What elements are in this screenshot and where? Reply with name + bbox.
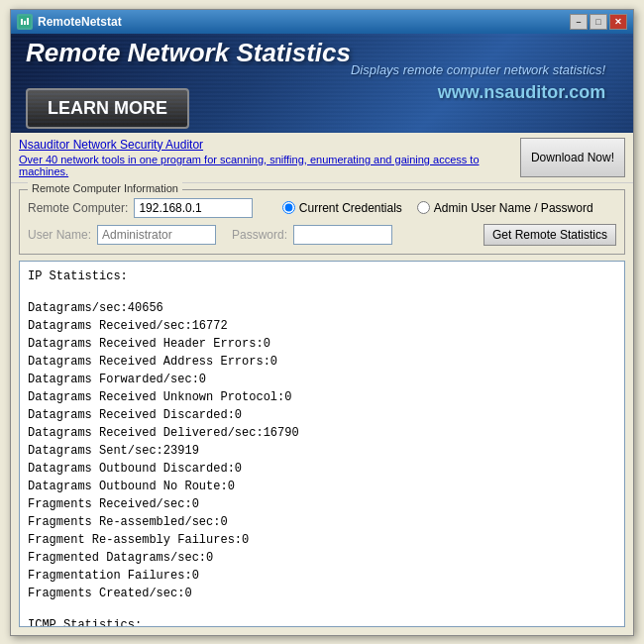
stats-line: Datagrams Received Header Errors:0	[28, 335, 616, 353]
admin-credentials-text: Admin User Name / Password	[434, 201, 593, 215]
stats-line: ICMP Statistics:	[28, 616, 616, 627]
username-input[interactable]	[97, 225, 216, 245]
stats-line: Datagrams Received Discarded:0	[28, 406, 616, 424]
current-credentials-radio[interactable]	[282, 201, 295, 214]
remote-computer-row: Remote Computer: Current Credentials Adm…	[28, 198, 616, 218]
stats-line: Fragmented Datagrams/sec:0	[28, 549, 616, 567]
maximize-button[interactable]: □	[590, 14, 607, 30]
stats-line	[28, 602, 616, 616]
remote-computer-input[interactable]	[134, 198, 253, 218]
credentials-radio-group: Current Credentials Admin User Name / Pa…	[259, 201, 616, 215]
stats-line: IP Statistics:	[28, 268, 616, 285]
stats-line: Fragments Created/sec:0	[28, 585, 616, 602]
banner: Remote Network Statistics LEARN MORE Dis…	[11, 34, 633, 133]
admin-credentials-label[interactable]: Admin User Name / Password	[417, 201, 593, 215]
svg-rect-1	[21, 19, 23, 25]
stats-line: Datagrams Forwarded/sec:0	[28, 371, 616, 388]
title-bar-controls: – □ ✕	[570, 14, 627, 30]
main-window: RemoteNetstat – □ ✕ Remote Network Stati…	[10, 9, 634, 636]
stats-line: Datagrams/sec:40656	[28, 299, 616, 317]
stats-line	[28, 285, 616, 299]
nsauditor-link[interactable]: Nsauditor Network Security Auditor	[19, 138, 510, 152]
close-button[interactable]: ✕	[609, 14, 627, 30]
stats-line: Fragmentation Failures:0	[28, 567, 616, 585]
window-title: RemoteNetstat	[38, 15, 122, 29]
remote-computer-label: Remote Computer:	[28, 201, 128, 215]
admin-credentials-radio[interactable]	[417, 201, 430, 214]
stats-line: Datagrams Received Unknown Protocol:0	[28, 388, 616, 406]
stats-line: Fragments Received/sec:0	[28, 495, 616, 513]
group-box-legend: Remote Computer Information	[28, 182, 182, 194]
description-link[interactable]: Over 40 network tools in one program for…	[19, 154, 510, 177]
toolbar-links: Nsauditor Network Security Auditor Over …	[19, 138, 510, 177]
stats-line: Fragment Re-assembly Failures:0	[28, 531, 616, 549]
minimize-button[interactable]: –	[570, 14, 588, 30]
statistics-output[interactable]: IP Statistics:Datagrams/sec:40656Datagra…	[19, 261, 625, 627]
username-label: User Name:	[28, 228, 91, 242]
password-input[interactable]	[293, 225, 392, 245]
svg-rect-3	[27, 18, 29, 25]
svg-rect-2	[24, 21, 26, 25]
title-bar: RemoteNetstat – □ ✕	[11, 10, 633, 34]
stats-line: Datagrams Received Delivered/sec:16790	[28, 424, 616, 442]
stats-line: Datagrams Outbound Discarded:0	[28, 460, 616, 478]
app-icon	[17, 14, 33, 30]
banner-background	[11, 34, 633, 133]
remote-computer-group: Remote Computer Information Remote Compu…	[19, 189, 625, 255]
password-label: Password:	[232, 228, 287, 242]
stats-line: Fragments Re-assembled/sec:0	[28, 513, 616, 531]
stats-line: Datagrams Received Address Errors:0	[28, 353, 616, 371]
download-now-button[interactable]: Download Now!	[520, 138, 625, 177]
stats-line: Datagrams Received/sec:16772	[28, 317, 616, 335]
get-remote-statistics-button[interactable]: Get Remote Statistics	[483, 224, 616, 246]
stats-line: Datagrams Outbound No Route:0	[28, 478, 616, 495]
current-credentials-label[interactable]: Current Credentials	[282, 201, 402, 215]
stats-line: Datagrams Sent/sec:23919	[28, 442, 616, 460]
title-bar-left: RemoteNetstat	[17, 14, 122, 30]
content-area: Remote Computer Information Remote Compu…	[11, 189, 633, 627]
current-credentials-text: Current Credentials	[299, 201, 402, 215]
toolbar-area: Nsauditor Network Security Auditor Over …	[11, 133, 633, 183]
second-form-row: User Name: Password: Get Remote Statisti…	[28, 224, 616, 246]
